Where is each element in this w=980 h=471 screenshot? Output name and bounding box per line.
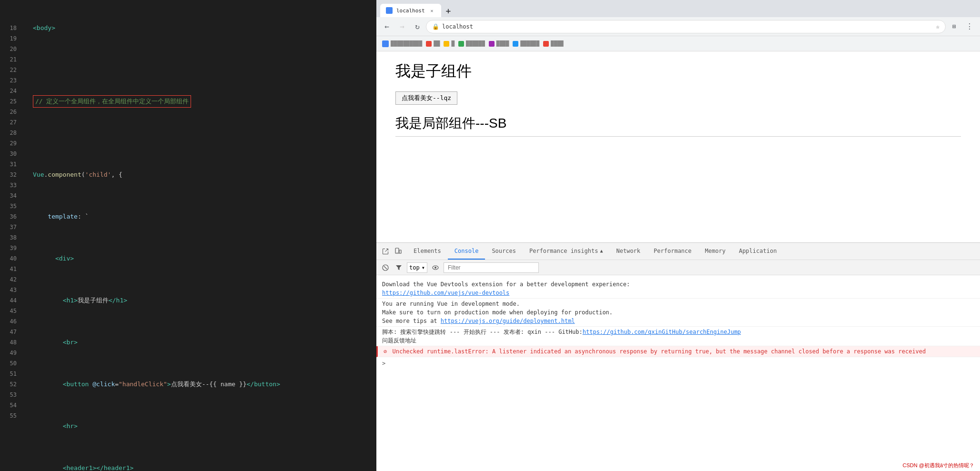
code-line: <header1></header1> [31,463,376,471]
page-divider [395,136,961,137]
menu-btn[interactable]: ⋮ [963,20,976,33]
context-selector[interactable]: top ▾ [407,262,427,273]
clear-console-btn[interactable] [380,262,391,273]
code-line: template: ` [31,211,376,222]
code-line: <br> [31,337,376,348]
browser-tab-new[interactable]: + [442,4,455,17]
bookmark-item[interactable]: █ [444,40,455,47]
bookmarks-bar: ██████████ ██ █ ██████ ████ ██████ ████ [376,36,980,51]
tab-favicon [386,7,393,14]
code-editor: 18 19 20 21 22 23 24 25 26 27 28 29 30 3… [0,0,376,471]
code-line: <h1>我是子组件</h1> [31,295,376,306]
console-message: Download the Vue Devtools extension for … [376,279,980,299]
devtools-top-icons [376,243,407,260]
browser-tabs: localhost ✕ + [376,0,980,17]
console-error-message: ⊘ Unchecked runtime.lastError: A listene… [376,346,980,357]
editor-content: 18 19 20 21 22 23 24 25 26 27 28 29 30 3… [0,0,376,471]
code-line: <hr> [31,421,376,431]
console-msg-link[interactable]: https://github.com/qxinGitHub/searchEngi… [583,329,741,335]
filter-icon-btn[interactable] [394,262,404,273]
tab-performance[interactable]: Performance [647,243,698,260]
devtools-panel: Elements Console Sources Performance ins… [376,242,980,471]
back-btn[interactable]: ← [380,20,394,33]
console-msg-link[interactable]: https://github.com/vuejs/vue-devtools [382,290,509,296]
code-line [31,128,376,138]
page-content: 我是子组件 点我看美女--lqz 我是局部组件---SB [376,51,980,242]
tab-sources[interactable]: Sources [485,243,523,260]
page-heading2: 我是局部组件---SB [395,114,961,132]
bookmark-item[interactable]: ████ [543,40,564,47]
tab-application[interactable]: Application [732,243,783,260]
page-heading1: 我是子组件 [395,61,961,82]
console-filter-input[interactable] [444,262,539,273]
console-msg-link[interactable]: https://vuejs.org/guide/deployment.html [441,318,575,324]
code-lines[interactable]: <body> // 定义一个全局组件，在全局组件中定义一个局部组件 Vue.co… [31,0,376,471]
svg-point-2 [397,252,397,252]
code-line [31,54,376,65]
tab-performance-insights[interactable]: Performance insights ▲ [523,243,610,260]
bookmark-item[interactable]: ██████ [513,40,539,47]
svg-point-6 [434,267,436,269]
console-output: Download the Vue Devtools extension for … [376,275,980,471]
tab-title: localhost [396,8,425,14]
error-icon: ⊘ [384,348,387,355]
tab-close-btn[interactable]: ✕ [429,7,435,14]
browser-panel: localhost ✕ + ← → ↻ 🔒 localhost ☆ ⊞ ⋮ ██… [376,0,980,471]
tab-elements[interactable]: Elements [407,243,448,260]
code-line: Vue.component('child', { [31,170,376,180]
line-numbers: 18 19 20 21 22 23 24 25 26 27 28 29 30 3… [0,0,21,471]
code-line: <div> [31,253,376,264]
console-msg-text: Download the Vue Devtools extension for … [382,281,630,288]
address-star-icon: ☆ [936,23,940,30]
code-line: // 定义一个全局组件，在全局组件中定义一个局部组件 [31,96,376,107]
tab-console[interactable]: Console [448,243,485,260]
tab-memory[interactable]: Memory [698,243,732,260]
editor-gutter [21,0,31,471]
eye-btn[interactable] [430,262,441,273]
devtools-device-btn[interactable] [393,246,403,257]
code-line: <button @click="handleClick">点我看美女--{{ n… [31,379,376,390]
console-toolbar: top ▾ [376,260,980,275]
csdn-watermark: CSDN @初遇我ā寸的热情呢？ [902,462,974,469]
extensions-btn[interactable]: ⊞ [948,20,961,33]
svg-line-4 [384,266,387,269]
address-text: localhost [442,23,473,30]
bookmark-item[interactable]: ██████ [458,40,485,47]
code-line: <body> [31,23,376,33]
browser-tab-active[interactable]: localhost ✕ [380,4,441,17]
page-button[interactable]: 点我看美女--lqz [395,91,457,105]
browser-toolbar: ← → ↻ 🔒 localhost ☆ ⊞ ⋮ [376,17,980,36]
address-bar[interactable]: 🔒 localhost ☆ [426,20,946,33]
svg-rect-1 [399,250,401,253]
console-message: 脚本: 搜索引擎快捷跳转 --- 开始执行 --- 发布者: qxin --- … [376,327,980,346]
bookmark-item[interactable]: ██ [426,40,440,47]
devtools-inspect-btn[interactable] [380,246,391,257]
tab-network[interactable]: Network [609,243,647,260]
bookmark-item[interactable]: ████ [489,40,509,47]
address-lock-icon: 🔒 [432,23,439,30]
forward-btn[interactable]: → [395,20,409,33]
bookmark-item[interactable]: ██████████ [382,40,422,47]
devtools-tabs: Elements Console Sources Performance ins… [376,243,980,260]
console-message: You are running Vue in development mode.… [376,299,980,327]
console-prompt[interactable]: > [376,357,980,370]
reload-btn[interactable]: ↻ [411,20,424,33]
